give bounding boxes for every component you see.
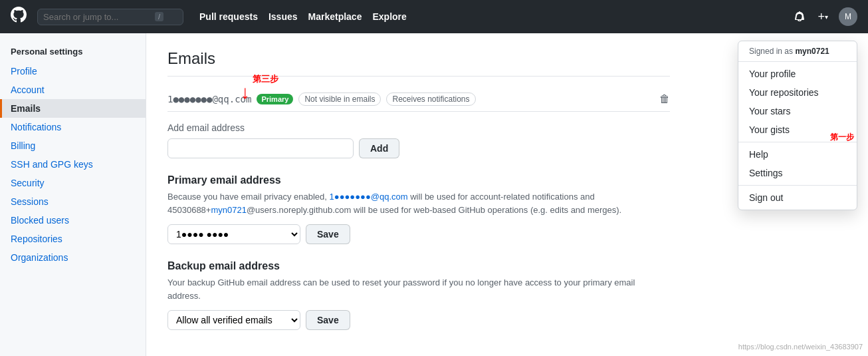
plus-dropdown-icon: ▾ xyxy=(825,13,828,21)
plus-button[interactable]: + ▾ xyxy=(815,7,831,27)
search-input[interactable] xyxy=(43,12,150,22)
nav-issues[interactable]: Issues xyxy=(269,11,298,22)
add-email-row: Add xyxy=(167,138,670,158)
noreply-user-link[interactable]: myn0721 xyxy=(211,205,246,215)
sidebar-link-notifications[interactable]: Notifications xyxy=(0,118,146,136)
sidebar-arrow: → xyxy=(0,150,1,165)
sidebar-item-notifications: Notifications xyxy=(0,118,146,136)
dropdown-help[interactable]: Help xyxy=(738,145,857,164)
backup-email-section: Backup email address Your backup GitHub … xyxy=(167,260,670,330)
sidebar-link-repositories[interactable]: Repositories xyxy=(0,230,146,248)
avatar[interactable]: M xyxy=(839,7,857,26)
sidebar-link-account[interactable]: Account xyxy=(0,81,146,99)
backup-description: Your backup GitHub email address can be … xyxy=(167,276,670,302)
sidebar-item-security: Security xyxy=(0,174,146,192)
step3-annotation: 第三步 xyxy=(253,73,278,85)
notification-button[interactable] xyxy=(792,9,807,25)
email-address: 1●●●●●●●@qq.com xyxy=(167,94,251,104)
noreply-prefix: 45030688+ xyxy=(167,205,211,215)
signed-in-text: Signed in as xyxy=(749,47,793,56)
nav-marketplace[interactable]: Marketplace xyxy=(308,11,362,22)
dropdown-your-repositories[interactable]: Your repositories xyxy=(738,83,857,102)
sidebar-link-organizations[interactable]: Organizations xyxy=(0,248,146,267)
backup-save-button[interactable]: Save xyxy=(306,310,350,330)
dropdown-your-profile[interactable]: Your profile xyxy=(738,65,857,83)
primary-email-section: Primary email address Because you have e… xyxy=(167,174,670,244)
add-email-input[interactable] xyxy=(167,138,354,158)
sidebar-link-ssh-gpg[interactable]: SSH and GPG keys xyxy=(0,155,146,174)
primary-save-button[interactable]: Save xyxy=(306,224,350,244)
dropdown-sign-out[interactable]: Sign out xyxy=(738,188,857,207)
watermark: https://blog.csdn.net/weixin_43683907 xyxy=(738,343,863,351)
sidebar-item-account: Account xyxy=(0,81,146,99)
github-logo[interactable] xyxy=(11,7,27,27)
sidebar-item-blocked-users: Blocked users xyxy=(0,211,146,230)
sidebar: 第二步 → Personal settings Profile Account … xyxy=(0,33,146,356)
primary-text-1: Because you have email privacy enabled, xyxy=(167,192,327,202)
badge-private: Not visible in emails xyxy=(298,92,381,106)
dropdown-section-help: Help 第一步 Settings ← xyxy=(738,142,857,186)
plus-icon: + xyxy=(817,10,825,24)
sidebar-nav: Profile Account Emails Notifications Bil… xyxy=(0,62,146,267)
topnav-right: + ▾ M Signed in as myn0721 Your profile … xyxy=(792,7,857,27)
badge-notif: Receives notifications xyxy=(386,92,475,106)
sidebar-item-ssh-gpg: SSH and GPG keys xyxy=(0,155,146,174)
add-email-button[interactable]: Add xyxy=(359,138,399,158)
signed-in-label: Signed in as myn0721 xyxy=(738,41,857,62)
primary-description: Because you have email privacy enabled, … xyxy=(167,190,670,216)
sidebar-item-repositories: Repositories xyxy=(0,230,146,248)
page-title: Emails xyxy=(167,49,670,77)
main-content: 第三步 ↓ Emails 1●●●●●●●@qq.com Primary Not… xyxy=(146,33,691,356)
step3-arrow: ↓ xyxy=(241,83,250,102)
sidebar-item-billing: Billing xyxy=(0,136,146,155)
dropdown-your-stars[interactable]: Your stars xyxy=(738,102,857,120)
noreply-domain: @users.noreply.github.com will be used f… xyxy=(247,205,621,215)
primary-linked-email[interactable]: 1●●●●●●●@qq.com xyxy=(330,192,408,202)
nav-pull-requests[interactable]: Pull requests xyxy=(199,11,258,22)
backup-select-save-row: Allow all verified emails Save xyxy=(167,310,670,330)
primary-select-save-row: 1●●●● ●●●● Save xyxy=(167,224,670,244)
backup-heading: Backup email address xyxy=(167,260,670,272)
username-display: myn0721 xyxy=(795,47,829,56)
sidebar-link-security[interactable]: Security xyxy=(0,174,146,192)
sidebar-title: Personal settings xyxy=(0,44,146,62)
sidebar-item-emails: Emails xyxy=(0,99,146,118)
nav-explore[interactable]: Explore xyxy=(372,11,406,22)
sidebar-link-billing[interactable]: Billing xyxy=(0,136,146,155)
primary-text-2: will be used for account-related notific… xyxy=(410,192,595,202)
dropdown-settings[interactable]: Settings xyxy=(738,164,857,182)
sidebar-item-organizations: Organizations xyxy=(0,248,146,267)
primary-email-select[interactable]: 1●●●● ●●●● xyxy=(167,224,300,244)
dropdown-section-profile: Your profile Your repositories Your star… xyxy=(738,62,857,142)
sidebar-item-profile: Profile xyxy=(0,62,146,81)
topnav-links: Pull requests Issues Marketplace Explore xyxy=(199,11,407,22)
sidebar-link-profile[interactable]: Profile xyxy=(0,62,146,81)
search-box[interactable]: / xyxy=(37,9,183,25)
search-slash-icon: / xyxy=(155,12,163,21)
primary-heading: Primary email address xyxy=(167,174,670,186)
sidebar-link-emails[interactable]: Emails xyxy=(0,99,146,118)
dropdown-section-signout: Sign out xyxy=(738,186,857,210)
delete-email-button[interactable]: 🗑 xyxy=(659,93,670,105)
step1-annotation: 第一步 xyxy=(830,132,854,143)
topnav: / Pull requests Issues Marketplace Explo… xyxy=(0,0,868,33)
sidebar-link-sessions[interactable]: Sessions xyxy=(0,192,146,211)
badge-primary: Primary xyxy=(257,94,293,104)
avatar-dropdown-wrapper: M Signed in as myn0721 Your profile Your… xyxy=(839,7,857,26)
sidebar-item-sessions: Sessions xyxy=(0,192,146,211)
add-email-label: Add email address xyxy=(167,122,670,133)
backup-email-select[interactable]: Allow all verified emails xyxy=(167,310,300,330)
user-dropdown-menu: Signed in as myn0721 Your profile Your r… xyxy=(738,41,857,210)
sidebar-link-blocked-users[interactable]: Blocked users xyxy=(0,211,146,230)
